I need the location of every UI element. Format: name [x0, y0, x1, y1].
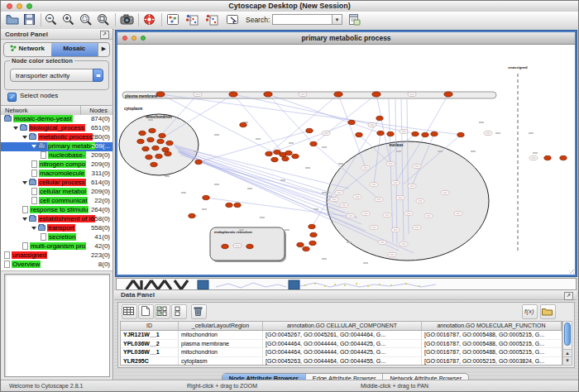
- network-node[interactable]: [266, 151, 272, 155]
- tree-item[interactable]: unassigned223(0): [1, 251, 112, 261]
- import-attributes-icon[interactable]: [347, 13, 362, 26]
- membrane-node[interactable]: [334, 92, 342, 97]
- zoom-in-icon[interactable]: [62, 13, 77, 26]
- network-node[interactable]: [240, 122, 246, 127]
- network-node[interactable]: [271, 157, 278, 161]
- column-header[interactable]: annotation.GO CELLULAR_COMPONENT: [263, 322, 422, 330]
- help-lifering-icon[interactable]: [143, 13, 158, 26]
- table-row[interactable]: YJR121W__1mitochondrion[GO:0045267, GO:0…: [121, 331, 562, 340]
- network-node[interactable]: [189, 213, 195, 218]
- network-node[interactable]: [226, 203, 232, 207]
- membrane-node[interactable]: [444, 92, 452, 97]
- network-node[interactable]: [310, 141, 317, 146]
- tree-item[interactable]: cell communicat22(0): [1, 197, 112, 206]
- network-node[interactable]: [306, 128, 313, 132]
- table-row[interactable]: YPL036W__2plasma membrane[GO:0044464, GO…: [121, 340, 562, 349]
- network-node[interactable]: [457, 132, 464, 136]
- tree-item[interactable]: nucleobase-209(0): [1, 151, 112, 160]
- tree-item[interactable]: mosaic-demo-yeast874(0): [1, 115, 112, 124]
- tree-item[interactable]: metabolic process280(0): [1, 133, 112, 142]
- network-node[interactable]: [303, 246, 309, 251]
- network-node[interactable]: [139, 131, 146, 135]
- table-header-row[interactable]: ID_cellularLayoutRegionannotation.GO CEL…: [121, 322, 562, 331]
- network-node[interactable]: [166, 141, 173, 145]
- resize-grip-icon[interactable]: [567, 266, 574, 274]
- network-node[interactable]: [152, 146, 159, 150]
- search-dropdown-icon[interactable]: ▼: [332, 14, 342, 25]
- zoom-fit-icon[interactable]: [97, 13, 112, 26]
- network-node[interactable]: [356, 132, 362, 136]
- app-titlebar[interactable]: Cytoscape Desktop (New Session): [1, 1, 578, 12]
- network-node[interactable]: [377, 131, 384, 135]
- open-folder-icon[interactable]: [540, 304, 556, 319]
- network-node[interactable]: [431, 131, 438, 136]
- network-node[interactable]: [137, 139, 144, 143]
- tree-item[interactable]: cellular process614(0): [1, 179, 112, 188]
- expand-arrow-icon[interactable]: [13, 127, 18, 132]
- network-node[interactable]: [165, 151, 171, 155]
- network-node[interactable]: [159, 133, 165, 137]
- annotation-transfer-icon[interactable]: [205, 13, 220, 26]
- scroll-down-icon[interactable]: ▼: [563, 356, 572, 365]
- membrane-node[interactable]: [372, 92, 380, 97]
- select-attributes-icon[interactable]: [155, 304, 170, 319]
- tab-mosaic[interactable]: Mosaic: [51, 43, 98, 56]
- zoom-out-icon[interactable]: [45, 13, 60, 26]
- unselect-attributes-icon[interactable]: [171, 304, 187, 319]
- table-icon[interactable]: [122, 304, 137, 319]
- tree-item[interactable]: transport558(0): [1, 224, 112, 233]
- float-panel-icon[interactable]: ↗: [100, 31, 109, 39]
- network-node[interactable]: [560, 155, 567, 160]
- column-header[interactable]: ID: [121, 322, 179, 330]
- zoom-selection-icon[interactable]: [79, 13, 94, 26]
- tree-header-divider[interactable]: [80, 106, 81, 115]
- select-nodes-checkbox[interactable]: ✓: [7, 93, 17, 102]
- network-node[interactable]: [149, 128, 156, 132]
- table-row[interactable]: YLR295Ccytoplasm[GO:0045263, GO:0044464,…: [121, 357, 562, 366]
- table-row[interactable]: YPL036W__1mitochondrion[GO:0044464, GO:0…: [121, 348, 562, 357]
- delete-attribute-icon[interactable]: [191, 304, 207, 319]
- network-node[interactable]: [195, 160, 202, 164]
- network-node[interactable]: [162, 147, 169, 151]
- search-input[interactable]: [272, 14, 333, 25]
- expand-arrow-icon[interactable]: [31, 227, 36, 232]
- membrane-node[interactable]: [229, 92, 237, 97]
- new-attribute-icon[interactable]: [138, 304, 154, 319]
- expand-arrow-icon[interactable]: [22, 181, 27, 187]
- tree-item[interactable]: secretion41(0): [1, 233, 112, 242]
- network-node[interactable]: [222, 244, 228, 248]
- formula-icon[interactable]: f(x): [522, 304, 538, 319]
- network-node[interactable]: [146, 155, 152, 159]
- tree-item[interactable]: cellular metabol209(0): [1, 188, 112, 197]
- tab-overflow-arrow-icon[interactable]: ▶: [98, 43, 109, 56]
- network-node[interactable]: [309, 241, 316, 245]
- network-canvas[interactable]: plasma membranecytoplasmmitochondrionnuc…: [117, 44, 575, 275]
- network-node[interactable]: [422, 132, 428, 136]
- tree-item[interactable]: nitrogen compo209(0): [1, 160, 112, 170]
- filter-icon[interactable]: [226, 13, 241, 26]
- network-node[interactable]: [348, 120, 355, 124]
- network-node[interactable]: [292, 154, 299, 158]
- network-node[interactable]: [387, 131, 394, 136]
- network-node[interactable]: [203, 195, 209, 199]
- network-node[interactable]: [157, 139, 164, 143]
- birds-eye-view[interactable]: [4, 274, 110, 377]
- network-node[interactable]: [246, 244, 253, 248]
- open-file-icon[interactable]: [6, 13, 21, 26]
- node-color-dropdown[interactable]: transporter activity: [10, 69, 103, 82]
- membrane-node[interactable]: [264, 92, 272, 97]
- network-node[interactable]: [309, 224, 315, 228]
- table-scrollbar[interactable]: ▲ ▼: [562, 321, 572, 366]
- expand-arrow-icon[interactable]: [22, 218, 27, 223]
- network-node[interactable]: [544, 155, 551, 160]
- attribute-table[interactable]: ID_cellularLayoutRegionannotation.GO CEL…: [120, 321, 562, 366]
- tab-network[interactable]: Network: [4, 43, 51, 56]
- tree-item[interactable]: multi-organism pro42(0): [1, 242, 112, 251]
- tree-item[interactable]: biological_process651(0): [1, 124, 112, 133]
- network-node[interactable]: [282, 156, 289, 160]
- save-icon[interactable]: [23, 13, 38, 26]
- annotation-import-icon[interactable]: [185, 13, 200, 26]
- network-node[interactable]: [234, 203, 241, 207]
- float-data-panel-icon[interactable]: ↗: [564, 292, 573, 300]
- scrollbar-thumb[interactable]: [564, 323, 571, 346]
